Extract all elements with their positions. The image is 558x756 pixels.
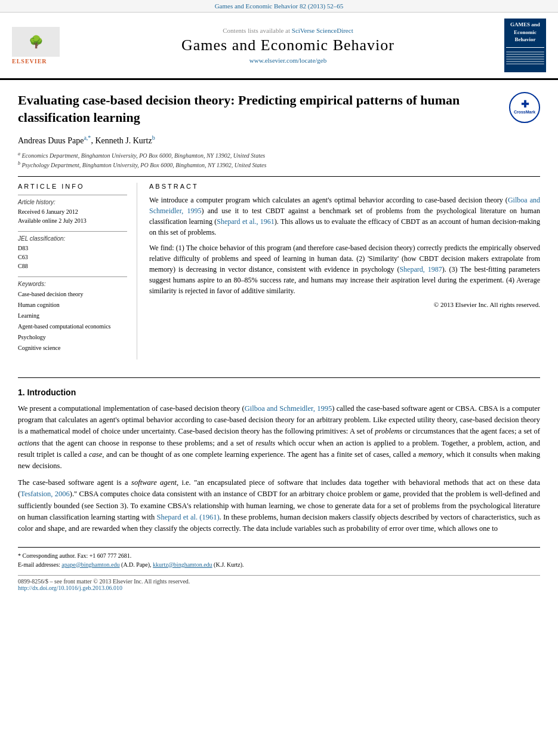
- jel-c63: C63: [18, 253, 127, 262]
- abstract-col: ABSTRACT We introduce a computer program…: [149, 183, 540, 359]
- author1-name: Andreas Duus Pape: [18, 136, 84, 145]
- cite-gilboa-1995[interactable]: Gilboa and Schmeidler, 1995: [149, 196, 540, 215]
- author2-sup: b: [152, 134, 155, 141]
- main-content: 1. Introduction We present a computation…: [0, 365, 558, 603]
- jel-label: JEL classification:: [18, 235, 127, 242]
- section-1-title: 1. Introduction: [18, 388, 540, 397]
- author2-name: , Kenneth J. Kurtz: [91, 136, 152, 145]
- journal-cover-image: GAMES and Economic Behavior: [504, 19, 546, 72]
- section-1-label: Introduction: [27, 388, 76, 397]
- email-link-1[interactable]: apape@binghamton.edu: [61, 561, 119, 568]
- abstract-text: We introduce a computer program which ca…: [149, 195, 540, 296]
- journal-header: 🌳 ELSEVIER Contents lists available at S…: [0, 13, 558, 80]
- email-link-2[interactable]: kkurtz@binghamton.edu: [153, 561, 212, 568]
- keywords-section: Keywords: Case-based decision theory Hum…: [18, 276, 127, 354]
- received-date: Received 6 January 2012: [18, 207, 127, 216]
- cover-box: GAMES and Economic Behavior: [504, 19, 546, 72]
- footnote-area: * Corresponding author. Fax: +1 607 777 …: [18, 547, 540, 569]
- section-1-number: 1.: [18, 388, 25, 397]
- article-title: Evaluating case-based decision theory: P…: [18, 92, 540, 126]
- jel-section: JEL classification: D83 C63 C88: [18, 231, 127, 271]
- jel-c88: C88: [18, 262, 127, 271]
- crossmark-badge[interactable]: ✚ CrossMark: [509, 92, 540, 123]
- cite-tesfatsion[interactable]: Tesfatsion, 2006: [20, 490, 70, 498]
- cover-lines: [506, 47, 544, 64]
- cite-shepard-intro[interactable]: Shepard et al. (1961): [156, 513, 219, 521]
- journal-reference-text: Games and Economic Behavior 82 (2013) 52…: [215, 2, 344, 10]
- footnote-corresponding: * Corresponding author. Fax: +1 607 777 …: [18, 551, 540, 560]
- article-history-section: Article history: Received 6 January 2012…: [18, 195, 127, 225]
- keyword-2: Human cognition: [18, 300, 127, 311]
- footnote-email: E-mail addresses: apape@binghamton.edu (…: [18, 560, 540, 569]
- cite-shepard-1987[interactable]: Shepard, 1987: [399, 265, 442, 273]
- keyword-5: Psychology: [18, 332, 127, 343]
- journal-header-center: Contents lists available at SciVerse Sci…: [78, 27, 498, 64]
- affiliation-b: b Psychology Department, Binghamton Univ…: [18, 160, 540, 170]
- footer-issn: 0899-8256/$ – see front matter © 2013 El…: [18, 578, 540, 585]
- keywords-list: Case-based decision theory Human cogniti…: [18, 289, 127, 354]
- copyright-text: © 2013 Elsevier Inc. All rights reserved…: [149, 301, 540, 308]
- elsevier-tree-graphic: 🌳: [12, 27, 60, 57]
- keyword-3: Learning: [18, 311, 127, 321]
- crossmark-cross-icon: ✚: [521, 100, 529, 109]
- crossmark-label: CrossMark: [514, 109, 535, 115]
- keywords-label: Keywords:: [18, 281, 127, 287]
- sciverse-link[interactable]: SciVerse ScienceDirect: [292, 27, 353, 34]
- article-info-heading: ARTICLE INFO: [18, 183, 127, 190]
- affiliation-a: a Economics Department, Binghamton Unive…: [18, 150, 540, 160]
- footer-bar: 0899-8256/$ – see front matter © 2013 El…: [18, 575, 540, 591]
- keyword-6: Cognitive science: [18, 343, 127, 354]
- journal-reference-bar: Games and Economic Behavior 82 (2013) 52…: [0, 0, 558, 13]
- cite-shepard-1961[interactable]: Shepard et al., 1961: [217, 217, 275, 226]
- article-section: Evaluating case-based decision theory: P…: [0, 80, 558, 365]
- article-info-col: ARTICLE INFO Article history: Received 6…: [18, 183, 137, 359]
- affiliations: a Economics Department, Binghamton Unive…: [18, 150, 540, 170]
- sciverse-text: Contents lists available at SciVerse Sci…: [78, 27, 498, 34]
- journal-url[interactable]: www.elsevier.com/locate/geb: [78, 57, 498, 64]
- footer-doi[interactable]: http://dx.doi.org/10.1016/j.geb.2013.06.…: [18, 585, 540, 591]
- available-date: Available online 2 July 2013: [18, 216, 127, 225]
- two-col-layout: ARTICLE INFO Article history: Received 6…: [18, 183, 540, 359]
- abstract-para-1: We introduce a computer program which ca…: [149, 195, 540, 238]
- keyword-1: Case-based decision theory: [18, 289, 127, 300]
- jel-d83: D83: [18, 244, 127, 253]
- intro-para-2: The case-based software agent is a softw…: [18, 477, 540, 535]
- abstract-heading: ABSTRACT: [149, 183, 540, 190]
- history-label: Article history:: [18, 199, 127, 205]
- intro-para-1: We present a computational implementatio…: [18, 403, 540, 472]
- author1-sup: a,*: [84, 134, 91, 141]
- elsevier-wordmark: ELSEVIER: [12, 58, 72, 64]
- keyword-4: Agent-based computational economics: [18, 321, 127, 332]
- content-divider: [18, 377, 540, 378]
- abstract-para-2: We find: (1) The choice behavior of this…: [149, 242, 540, 296]
- authors-line: Andreas Duus Papea,*, Kenneth J. Kurtzb: [18, 134, 540, 146]
- elsevier-logo: 🌳 ELSEVIER: [12, 27, 72, 64]
- doi-link[interactable]: http://dx.doi.org/10.1016/j.geb.2013.06.…: [18, 585, 122, 591]
- journal-title-header: Games and Economic Behavior: [78, 36, 498, 54]
- cite-gilboa-intro[interactable]: Gilboa and Schmeidler, 1995: [245, 404, 332, 413]
- divider-line: [18, 176, 540, 177]
